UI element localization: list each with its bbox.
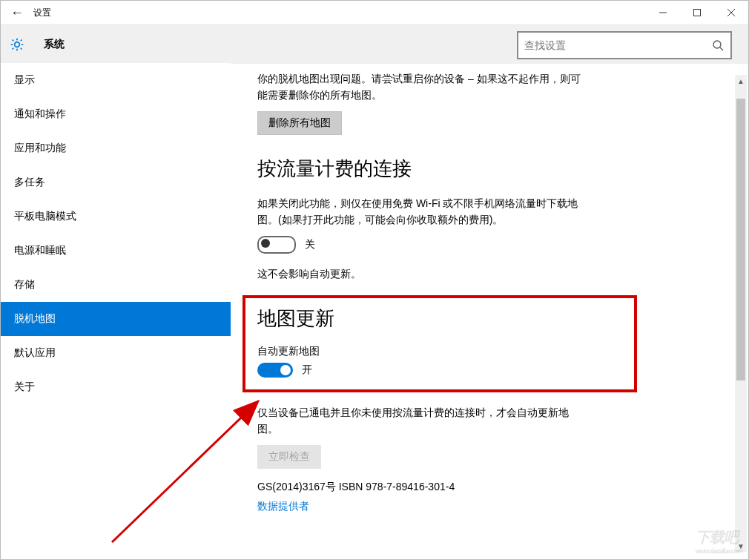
sidebar-item-multitasking[interactable]: 多任务	[1, 165, 231, 200]
map-updates-highlight: 地图更新 自动更新地图 开	[242, 295, 637, 392]
update-heading: 地图更新	[257, 306, 622, 332]
auto-update-label: 自动更新地图	[257, 345, 622, 358]
sidebar-item-label: 关于	[14, 381, 35, 392]
sidebar-item-label: 显示	[14, 73, 35, 85]
page-title: 系统	[44, 38, 65, 51]
settings-window: ← 设置 系统 显示	[0, 0, 749, 560]
search-box[interactable]	[517, 31, 732, 59]
sidebar-item-power-sleep[interactable]: 电源和睡眠	[1, 234, 231, 268]
toggle-knob	[280, 365, 291, 375]
sidebar-item-label: 脱机地图	[14, 312, 56, 324]
arrow-left-icon: ←	[10, 5, 24, 21]
scroll-up-icon[interactable]: ▲	[735, 75, 747, 87]
titlebar: ← 设置	[1, 1, 748, 24]
sidebar-item-label: 通知和操作	[14, 108, 66, 119]
sidebar-item-tablet-mode[interactable]: 平板电脑模式	[1, 200, 231, 234]
auto-update-toggle-row: 开	[257, 363, 622, 378]
metered-note: 这不会影响自动更新。	[257, 266, 584, 282]
metered-desc: 如果关闭此功能，则仅在使用免费 Wi-Fi 或不限手机网络流量时下载地图。(如果…	[257, 195, 584, 228]
auto-update-toggle[interactable]	[257, 363, 293, 378]
toggle-knob	[261, 239, 270, 248]
header: 系统	[1, 24, 748, 64]
sidebar-item-display[interactable]: 显示	[1, 63, 231, 97]
svg-line-5	[720, 47, 723, 50]
sidebar-item-offline-maps[interactable]: 脱机地图	[1, 302, 231, 336]
sidebar-item-apps[interactable]: 应用和功能	[1, 131, 231, 165]
minimize-button[interactable]	[646, 1, 680, 24]
offline-problem-text: 你的脱机地图出现问题。请尝试重启你的设备 – 如果这不起作用，则可能需要删除你的…	[257, 70, 584, 104]
svg-rect-1	[694, 10, 701, 16]
delete-all-maps-button[interactable]: 删除所有地图	[257, 111, 342, 135]
sidebar-item-label: 应用和功能	[14, 142, 66, 154]
minimize-icon	[659, 8, 667, 17]
scrollbar[interactable]: ▲ ▼	[735, 75, 747, 552]
sidebar-item-default-apps[interactable]: 默认应用	[1, 336, 231, 370]
content: 你的脱机地图出现问题。请尝试重启你的设备 – 如果这不起作用，则可能需要删除你的…	[231, 63, 748, 559]
metered-toggle-row: 关	[257, 236, 726, 254]
sidebar-item-label: 存储	[14, 278, 35, 290]
update-note: 仅当设备已通电并且你未使用按流量计费的连接时，才会自动更新地图。	[257, 404, 584, 438]
window-title: 设置	[33, 7, 51, 19]
maximize-button[interactable]	[680, 1, 714, 24]
sidebar-item-notifications[interactable]: 通知和操作	[1, 97, 231, 131]
legal-text: GS(2014)3167号 ISBN 978-7-89416-301-4	[257, 481, 726, 494]
search-icon[interactable]	[705, 39, 730, 51]
sidebar-item-label: 电源和睡眠	[14, 244, 66, 256]
sidebar-item-label: 多任务	[14, 176, 45, 188]
watermark: 下载吧 www.xiazaiba.com	[696, 527, 742, 555]
sidebar: 显示 通知和操作 应用和功能 多任务 平板电脑模式 电源和睡眠 存储 脱机地图 …	[1, 63, 231, 559]
metered-toggle[interactable]	[257, 236, 296, 254]
sidebar-item-label: 默认应用	[14, 346, 56, 358]
window-controls	[646, 1, 748, 24]
scrollbar-thumb[interactable]	[736, 99, 745, 381]
maximize-icon	[693, 8, 702, 17]
search-input[interactable]	[518, 39, 705, 51]
watermark-text: 下载吧	[696, 529, 738, 545]
watermark-url: www.xiazaiba.com	[696, 547, 742, 555]
check-now-button: 立即检查	[257, 445, 321, 469]
metered-toggle-state: 关	[305, 238, 315, 251]
sidebar-item-storage[interactable]: 存储	[1, 268, 231, 302]
close-icon	[727, 8, 736, 17]
auto-update-toggle-state: 开	[302, 363, 312, 377]
metered-heading: 按流量计费的连接	[257, 156, 726, 182]
sidebar-item-about[interactable]: 关于	[1, 370, 231, 404]
svg-point-4	[713, 41, 721, 48]
back-button[interactable]: ←	[1, 1, 33, 24]
gear-icon[interactable]	[1, 37, 33, 52]
data-provider-link[interactable]: 数据提供者	[257, 500, 309, 513]
body: 显示 通知和操作 应用和功能 多任务 平板电脑模式 电源和睡眠 存储 脱机地图 …	[1, 63, 748, 559]
sidebar-item-label: 平板电脑模式	[14, 210, 76, 222]
close-button[interactable]	[714, 1, 748, 24]
